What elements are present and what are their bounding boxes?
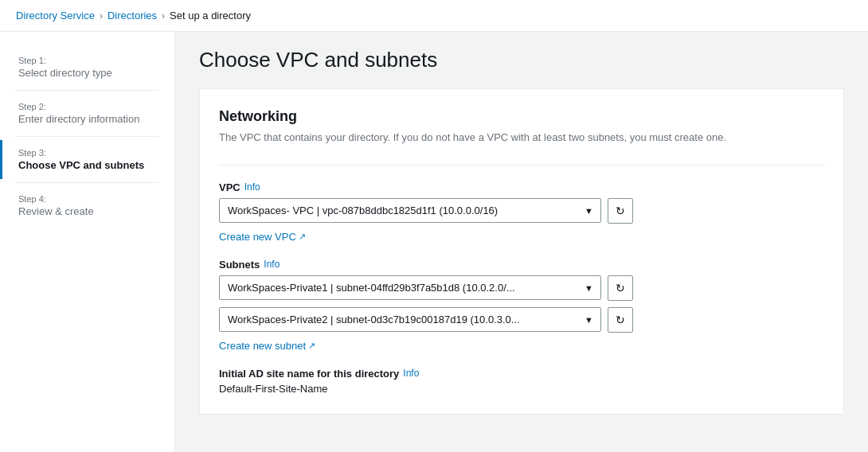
sidebar-step-2[interactable]: Step 2: Enter directory information (0, 94, 174, 133)
step-4-title: Review & create (18, 205, 158, 217)
ad-site-info-link[interactable]: Info (403, 368, 419, 379)
step-3-title: Choose VPC and subnets (18, 159, 158, 171)
vpc-refresh-button[interactable]: ↻ (608, 198, 633, 224)
networking-section-title: Networking (219, 108, 824, 125)
vpc-select-wrapper: WorkSpaces- VPC | vpc-087b8ddbc1825d1f1 … (219, 198, 601, 223)
subnet-1-select-wrapper: WorkSpaces-Private1 | subnet-04ffd29b3f7… (219, 275, 601, 300)
step-1-title: Select directory type (18, 67, 158, 79)
subnets-field-group: Subnets Info WorkSpaces-Private1 | subne… (219, 259, 824, 352)
breadcrumb-sep-2: › (162, 10, 165, 21)
vpc-refresh-icon: ↻ (616, 205, 625, 217)
breadcrumb: Directory Service › Directories › Set up… (0, 0, 868, 32)
create-vpc-link[interactable]: Create new VPC ↗ (219, 231, 306, 243)
breadcrumb-directory-service[interactable]: Directory Service (16, 10, 95, 21)
ad-site-section: Initial AD site name for this directory … (219, 368, 824, 395)
subnet-2-row: WorkSpaces-Private2 | subnet-0d3c7b19c00… (219, 307, 824, 333)
sidebar-step-4[interactable]: Step 4: Review & create (0, 186, 174, 225)
vpc-info-link[interactable]: Info (244, 181, 260, 193)
subnet-1-row: WorkSpaces-Private1 | subnet-04ffd29b3f7… (219, 275, 824, 301)
sidebar-step-3[interactable]: Step 3: Choose VPC and subnets (0, 140, 174, 179)
subnet-1-refresh-icon: ↻ (616, 282, 625, 294)
create-vpc-external-icon: ↗ (299, 232, 306, 242)
subnet-1-select[interactable]: WorkSpaces-Private1 | subnet-04ffd29b3f7… (219, 275, 601, 300)
page-title: Choose VPC and subnets (199, 48, 844, 72)
step-divider-3 (16, 182, 158, 183)
ad-site-label: Initial AD site name for this directory … (219, 368, 824, 380)
content-area: Choose VPC and subnets Networking The VP… (175, 32, 868, 452)
sidebar-step-1[interactable]: Step 1: Select directory type (0, 48, 174, 87)
subnet-2-refresh-button[interactable]: ↻ (608, 307, 633, 333)
breadcrumb-sep-1: › (100, 10, 103, 21)
subnet-1-refresh-button[interactable]: ↻ (608, 275, 633, 301)
create-subnet-label: Create new subnet (219, 340, 306, 352)
breadcrumb-directories[interactable]: Directories (108, 10, 157, 21)
subnets-label: Subnets Info (219, 259, 824, 271)
networking-card: Networking The VPC that contains your di… (199, 88, 844, 415)
subnets-info-link[interactable]: Info (264, 259, 280, 270)
page-wrapper: Directory Service › Directories › Set up… (0, 0, 868, 452)
subnets-label-text: Subnets (219, 259, 260, 271)
step-1-label: Step 1: (18, 56, 158, 65)
card-divider (219, 165, 824, 166)
step-3-label: Step 3: (18, 148, 158, 158)
networking-section-desc: The VPC that contains your directory. If… (219, 130, 824, 146)
vpc-label-text: VPC (219, 181, 240, 193)
ad-site-label-text: Initial AD site name for this directory (219, 368, 399, 380)
sidebar: Step 1: Select directory type Step 2: En… (0, 32, 175, 452)
create-subnet-external-icon: ↗ (308, 341, 315, 351)
subnet-2-select-wrapper: WorkSpaces-Private2 | subnet-0d3c7b19c00… (219, 307, 601, 332)
step-4-label: Step 4: (18, 194, 158, 204)
vpc-select-row: WorkSpaces- VPC | vpc-087b8ddbc1825d1f1 … (219, 198, 824, 224)
subnet-2-select[interactable]: WorkSpaces-Private2 | subnet-0d3c7b19c00… (219, 307, 601, 332)
create-subnet-link[interactable]: Create new subnet ↗ (219, 340, 315, 352)
vpc-field-group: VPC Info WorkSpaces- VPC | vpc-087b8ddbc… (219, 181, 824, 243)
create-vpc-label: Create new VPC (219, 231, 296, 243)
breadcrumb-current: Set up a directory (170, 10, 251, 21)
step-divider-1 (16, 90, 158, 91)
step-2-label: Step 2: (18, 102, 158, 111)
ad-site-value: Default-First-Site-Name (219, 383, 824, 395)
step-2-title: Enter directory information (18, 113, 158, 125)
vpc-label: VPC Info (219, 181, 824, 193)
vpc-select[interactable]: WorkSpaces- VPC | vpc-087b8ddbc1825d1f1 … (219, 198, 601, 223)
step-divider-2 (16, 136, 158, 137)
main-layout: Step 1: Select directory type Step 2: En… (0, 32, 868, 452)
subnet-2-refresh-icon: ↻ (616, 314, 625, 326)
